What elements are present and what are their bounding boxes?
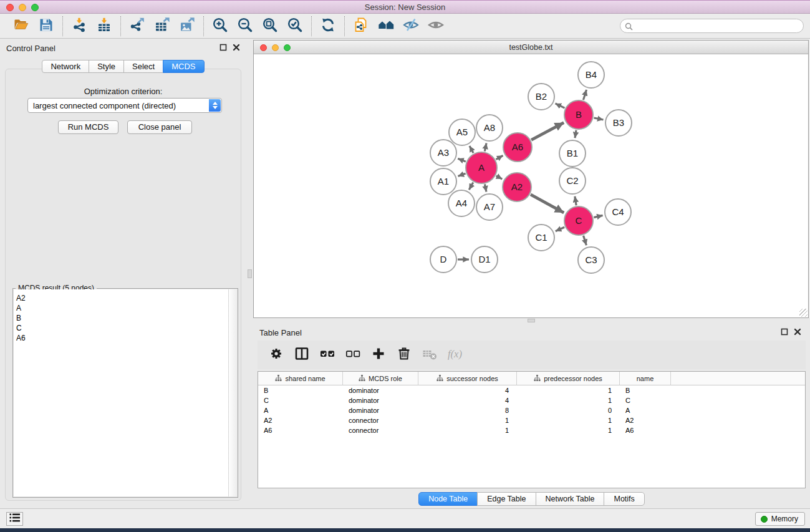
- vertical-splitter-grip[interactable]: [248, 269, 252, 278]
- edge-C-C1[interactable]: [556, 227, 564, 231]
- table-row[interactable]: A6connector11A6: [258, 425, 805, 435]
- deselect-all-columns-button[interactable]: [343, 344, 363, 365]
- node-A4[interactable]: A4: [448, 190, 475, 216]
- zoom-selected-button[interactable]: [284, 16, 306, 37]
- edge-A-A6[interactable]: [496, 155, 503, 159]
- search-input[interactable]: [620, 19, 804, 33]
- add-column-button[interactable]: [369, 344, 388, 365]
- tab-mcds[interactable]: MCDS: [163, 60, 204, 73]
- node-A7[interactable]: A7: [476, 194, 503, 220]
- select-all-columns-button[interactable]: [317, 344, 337, 365]
- import-network-button[interactable]: [69, 16, 90, 37]
- column-header-predecessor-nodes[interactable]: predecessor nodes: [517, 372, 620, 385]
- mcds-result-item[interactable]: A: [16, 303, 228, 313]
- optimization-criterion-select[interactable]: largest connected component (directed): [27, 98, 222, 113]
- edge-A-A2[interactable]: [496, 176, 503, 179]
- column-visibility-button[interactable]: [292, 344, 312, 365]
- node-B3[interactable]: B3: [605, 110, 632, 136]
- close-panel-button[interactable]: Close panel: [127, 120, 192, 134]
- result-list-scrollbar[interactable]: [228, 289, 237, 496]
- export-image-button[interactable]: [176, 16, 198, 37]
- tab-style[interactable]: Style: [89, 60, 124, 73]
- close-panel-icon[interactable]: [233, 44, 240, 51]
- float-panel-icon[interactable]: [219, 44, 227, 51]
- node-C1[interactable]: C1: [528, 225, 554, 251]
- table-row[interactable]: Cdominator41C: [258, 395, 805, 405]
- new-network-from-selection-button[interactable]: [350, 16, 372, 37]
- column-header-shared-name[interactable]: shared name: [258, 372, 343, 385]
- zoom-in-button[interactable]: [210, 16, 231, 37]
- run-mcds-button[interactable]: Run MCDS: [58, 120, 118, 134]
- table-row[interactable]: A2connector11A2: [258, 415, 805, 425]
- tab-network-table[interactable]: Network Table: [536, 492, 605, 506]
- delete-column-button[interactable]: [394, 344, 414, 365]
- node-C2[interactable]: C2: [559, 168, 586, 194]
- mcds-result-item[interactable]: B: [16, 313, 228, 323]
- node-D[interactable]: D: [430, 246, 456, 273]
- edge-A-A4[interactable]: [469, 183, 473, 190]
- edge-A-A3[interactable]: [458, 158, 466, 162]
- close-table-panel-icon[interactable]: [794, 328, 801, 336]
- node-A1[interactable]: A1: [430, 168, 456, 195]
- show-all-button[interactable]: [425, 16, 446, 37]
- zoom-out-button[interactable]: [234, 16, 256, 37]
- refresh-layout-button[interactable]: [317, 16, 339, 37]
- tab-node-table[interactable]: Node Table: [418, 492, 478, 506]
- node-C3[interactable]: C3: [578, 247, 604, 273]
- horizontal-splitter-grip[interactable]: [528, 319, 535, 322]
- import-table-button[interactable]: [94, 16, 115, 37]
- float-table-panel-icon[interactable]: [781, 328, 788, 336]
- node-B1[interactable]: B1: [559, 140, 586, 167]
- node-B4[interactable]: B4: [578, 62, 604, 88]
- network-canvas[interactable]: B4B2BB3A8A5A6A3B1AA1C2A2A4A7C4CC1C3DD1: [254, 54, 808, 317]
- open-session-button[interactable]: [11, 16, 32, 37]
- edge-A6-B[interactable]: [531, 123, 564, 140]
- edge-A-A5[interactable]: [470, 146, 473, 153]
- save-session-button[interactable]: [36, 16, 57, 37]
- window-resize-grip[interactable]: [799, 309, 808, 317]
- mcds-result-item[interactable]: C: [16, 323, 228, 333]
- memory-button[interactable]: Memory: [755, 512, 805, 526]
- export-network-button[interactable]: [127, 16, 148, 37]
- edge-B-B2[interactable]: [556, 104, 565, 108]
- tab-motifs[interactable]: Motifs: [604, 492, 644, 506]
- table-row[interactable]: Adominator80A: [258, 405, 805, 415]
- node-D1[interactable]: D1: [471, 246, 498, 273]
- column-header-MCDS-role[interactable]: MCDS role: [343, 372, 418, 385]
- column-header-successor-nodes[interactable]: successor nodes: [418, 372, 517, 385]
- node-A2[interactable]: A2: [503, 173, 531, 201]
- hide-selection-button[interactable]: [400, 16, 422, 37]
- settings-gear-button[interactable]: [266, 344, 286, 365]
- edge-B-B3[interactable]: [594, 118, 603, 120]
- edge-A-A8[interactable]: [485, 143, 486, 151]
- mcds-result-item[interactable]: A2: [16, 293, 228, 303]
- node-A6[interactable]: A6: [503, 133, 532, 162]
- first-neighbors-button[interactable]: [375, 16, 397, 37]
- edge-C-C3[interactable]: [584, 236, 587, 245]
- node-A5[interactable]: A5: [449, 119, 475, 145]
- node-B[interactable]: B: [564, 100, 593, 129]
- node-A[interactable]: A: [466, 152, 497, 183]
- node-A8[interactable]: A8: [476, 115, 503, 141]
- edge-C-C4[interactable]: [594, 215, 602, 217]
- edge-A-A1[interactable]: [458, 173, 466, 176]
- tab-network[interactable]: Network: [42, 60, 89, 73]
- task-history-button[interactable]: [6, 512, 23, 526]
- horizontal-splitter[interactable]: [253, 318, 810, 323]
- tab-edge-table[interactable]: Edge Table: [477, 492, 536, 506]
- table-row[interactable]: Bdominator41B: [258, 385, 805, 395]
- vertical-splitter[interactable]: [246, 39, 253, 508]
- node-A3[interactable]: A3: [430, 140, 456, 166]
- zoom-fit-button[interactable]: [259, 16, 281, 37]
- edge-A-A7[interactable]: [485, 184, 486, 191]
- edge-A2-C[interactable]: [531, 195, 564, 213]
- export-table-button[interactable]: [152, 16, 173, 37]
- node-B2[interactable]: B2: [528, 84, 554, 110]
- column-header-name[interactable]: name: [620, 372, 671, 385]
- edge-C-C2[interactable]: [575, 196, 576, 206]
- node-C4[interactable]: C4: [605, 199, 631, 225]
- edge-B-B4[interactable]: [583, 90, 586, 100]
- mcds-result-item[interactable]: A6: [16, 333, 228, 343]
- edge-B-B1[interactable]: [575, 130, 576, 138]
- node-C[interactable]: C: [564, 206, 593, 235]
